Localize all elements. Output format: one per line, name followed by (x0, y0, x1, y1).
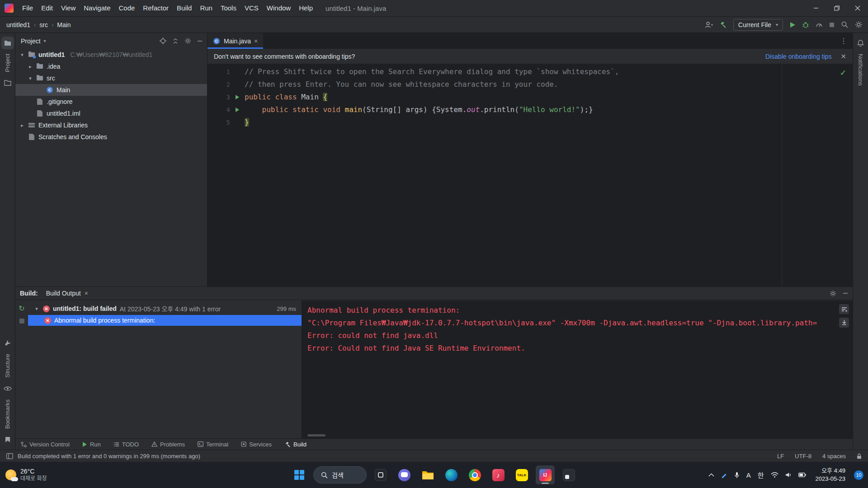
wifi-icon[interactable] (771, 472, 778, 478)
project-panel-title[interactable]: Project (21, 38, 41, 45)
build-console[interactable]: Abnormal build process termination: "C:\… (302, 300, 853, 438)
tree-item-idea[interactable]: ▸ .idea (15, 61, 207, 72)
tab-main-java[interactable]: C Main.java × (208, 33, 263, 49)
run-button[interactable] (789, 22, 796, 28)
tab-build-output[interactable]: Build Output × (46, 290, 88, 297)
menu-vcs[interactable]: VCS (241, 0, 263, 16)
tree-item-scratches[interactable]: Scratches and Consoles (15, 131, 207, 143)
file-explorer-app[interactable] (418, 465, 437, 484)
lock-icon[interactable] (857, 453, 862, 459)
user-avatar-icon[interactable] (705, 21, 713, 28)
tree-item-iml[interactable]: untitled1.iml (15, 108, 207, 119)
collapse-all-icon[interactable] (172, 38, 179, 44)
notification-count-badge[interactable]: 10 (854, 470, 863, 480)
status-message[interactable]: Build completed with 1 error and 0 warni… (18, 453, 200, 460)
ime-latin-indicator[interactable]: A (746, 471, 751, 479)
project-toolwindow-icon[interactable] (1, 37, 14, 49)
run-method-icon[interactable] (230, 108, 245, 112)
taskbar-search[interactable]: 검색 (313, 466, 367, 483)
mic-icon[interactable] (734, 472, 740, 479)
tree-item-src[interactable]: ▾ src (15, 72, 207, 84)
panel-settings-gear-icon[interactable] (184, 38, 191, 44)
commit-folder-icon[interactable] (1, 76, 14, 89)
encoding-widget[interactable]: UTF-8 (795, 453, 811, 460)
breadcrumb-main[interactable]: Main (57, 21, 71, 28)
menu-tools[interactable]: Tools (217, 0, 241, 16)
build-tree-error-row[interactable]: ✕ Abnormal build process termination: (28, 315, 302, 326)
run-class-icon[interactable] (230, 95, 245, 99)
run-configuration-select[interactable]: Current File ▾ (733, 19, 783, 31)
notifications-bell-icon[interactable] (854, 37, 867, 49)
wrench-icon[interactable] (1, 337, 14, 349)
scroll-to-end-icon[interactable] (839, 318, 849, 328)
chevron-down-icon[interactable]: ▾ (27, 75, 33, 81)
search-icon[interactable] (841, 21, 849, 28)
menu-view[interactable]: View (57, 0, 80, 16)
breadcrumb-src[interactable]: src (39, 21, 48, 28)
chevron-down-icon[interactable]: ▾ (19, 52, 25, 58)
battery-icon[interactable] (798, 473, 806, 477)
chevron-down-icon[interactable]: ▾ (33, 306, 40, 312)
horizontal-scrollbar[interactable] (307, 434, 326, 436)
soft-wrap-icon[interactable] (839, 304, 849, 314)
tray-chevron-up-icon[interactable] (708, 473, 714, 477)
taskbar-clock[interactable]: 오후 4:49 2023-05-23 (816, 467, 846, 483)
hide-panel-icon[interactable] (197, 38, 203, 44)
tree-item-root[interactable]: ▾ untitled1 C:₩Users₩82107₩untitled1 (15, 49, 207, 61)
line-separator-widget[interactable]: LF (777, 453, 784, 460)
menu-build[interactable]: Build (173, 0, 196, 16)
toolwindow-terminal[interactable]: Terminal (198, 441, 228, 448)
project-stripe-label[interactable]: Project (4, 54, 11, 72)
tab-close-icon[interactable]: × (85, 290, 88, 297)
chevron-right-icon[interactable]: ▸ (19, 122, 25, 128)
dark-app[interactable] (559, 465, 578, 484)
tab-options-icon[interactable]: ⋮ (840, 37, 853, 45)
toolwindow-todo[interactable]: TODO (113, 441, 139, 448)
toolwindow-problems[interactable]: Problems (151, 441, 185, 448)
stop-build-icon[interactable] (19, 319, 24, 324)
edge-app[interactable] (442, 465, 461, 484)
start-button[interactable] (290, 465, 309, 484)
menu-file[interactable]: File (18, 0, 37, 16)
rerun-build-icon[interactable]: ↻ (19, 305, 24, 312)
build-settings-gear-icon[interactable] (830, 290, 836, 297)
menu-help[interactable]: Help (295, 0, 317, 16)
toolwindow-version-control[interactable]: Version Control (21, 441, 70, 448)
pen-icon[interactable] (721, 472, 727, 478)
menu-window[interactable]: Window (263, 0, 295, 16)
menu-edit[interactable]: Edit (37, 0, 57, 16)
chevron-down-icon[interactable]: ▾ (44, 38, 46, 43)
notifications-stripe-label[interactable]: Notifications (857, 54, 864, 86)
toolwindow-build[interactable]: Build (284, 441, 307, 448)
build-tree-root-row[interactable]: ▾ ✕ untitled1: build failed At 2023-05-2… (28, 303, 302, 314)
weather-widget[interactable]: 26°C 대체로 화창 (0, 467, 47, 483)
menu-code[interactable]: Code (114, 0, 139, 16)
tree-item-external-libraries[interactable]: ▸ External Libraries (15, 119, 207, 131)
kakaotalk-app[interactable]: TALK (512, 465, 531, 484)
toolwindow-services[interactable]: Services (241, 441, 272, 448)
stop-button[interactable] (829, 22, 835, 28)
toolwindow-run[interactable]: Run (82, 441, 101, 448)
music-app[interactable]: ♪ (489, 465, 508, 484)
disable-onboarding-link[interactable]: Disable onboarding tips (765, 53, 831, 60)
breadcrumb-project[interactable]: untitled1 (6, 21, 30, 28)
tree-item-main[interactable]: C Main (15, 84, 207, 96)
chat-app[interactable] (395, 465, 414, 484)
settings-gear-icon[interactable] (855, 21, 863, 28)
menu-run[interactable]: Run (196, 0, 217, 16)
restore-icon[interactable] (826, 0, 847, 16)
indent-widget[interactable]: 4 spaces (822, 453, 846, 460)
inspection-ok-icon[interactable]: ✓ (840, 68, 846, 78)
task-view-app[interactable] (371, 465, 390, 484)
tab-close-icon[interactable]: × (254, 38, 258, 45)
structure-stripe-label[interactable]: Structure (4, 354, 11, 378)
close-icon[interactable] (847, 0, 868, 16)
layout-icon[interactable] (6, 453, 13, 459)
tree-item-gitignore[interactable]: .gitignore (15, 96, 207, 108)
chrome-app[interactable] (465, 465, 484, 484)
volume-icon[interactable] (785, 472, 792, 478)
menu-refactor[interactable]: Refactor (139, 0, 173, 16)
ime-korean-indicator[interactable]: 한 (758, 470, 764, 480)
banner-close-icon[interactable]: ✕ (840, 52, 846, 61)
chevron-right-icon[interactable]: ▸ (27, 64, 33, 70)
